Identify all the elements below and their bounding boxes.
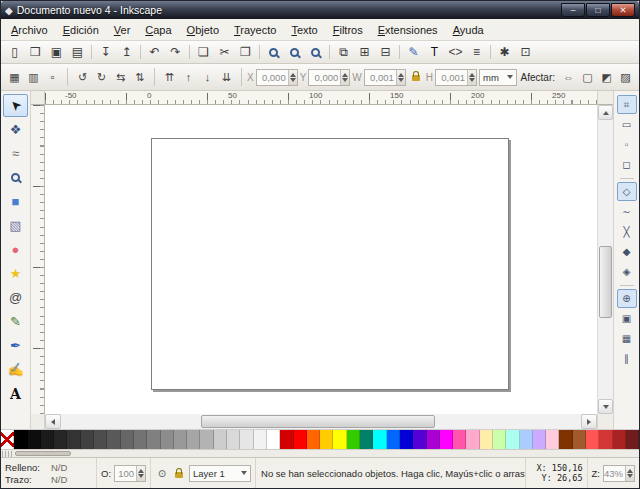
palette-swatch[interactable]: [240, 430, 253, 449]
horizontal-scroll-thumb[interactable]: [201, 415, 435, 428]
snap-bbox-edges-button[interactable]: ▫: [617, 135, 637, 154]
scroll-up-button[interactable]: [598, 105, 613, 120]
snap-enable-button[interactable]: ⌗: [617, 95, 637, 114]
zoom-selection-button[interactable]: [263, 42, 284, 62]
open-button[interactable]: ❒: [25, 42, 46, 62]
menu-item[interactable]: Ayuda: [446, 21, 491, 39]
width-input[interactable]: 0,001: [364, 69, 406, 86]
vertical-ruler[interactable]: [31, 105, 45, 414]
paste-button[interactable]: ❐: [235, 42, 256, 62]
new-document-button[interactable]: ▯: [4, 42, 25, 62]
spiral-tool[interactable]: @: [3, 286, 28, 309]
deselect-button[interactable]: ▫: [43, 68, 62, 87]
palette-swatch[interactable]: [161, 430, 174, 449]
palette-swatch[interactable]: [54, 430, 67, 449]
layer-visibility-toggle[interactable]: ⊙: [155, 466, 169, 480]
scroll-right-button[interactable]: [581, 414, 597, 429]
select-all-button[interactable]: ▦: [5, 68, 24, 87]
minimize-button[interactable]: –: [561, 3, 585, 17]
node-tool[interactable]: ❖: [3, 118, 28, 141]
palette-swatch[interactable]: [533, 430, 546, 449]
palette-swatch[interactable]: [187, 430, 200, 449]
ellipse-tool[interactable]: ●: [3, 238, 28, 261]
redo-button[interactable]: ↷: [165, 42, 186, 62]
snap-intersections-button[interactable]: ╳: [617, 222, 637, 241]
calligraphy-tool[interactable]: ✍: [3, 358, 28, 381]
lower-button[interactable]: ↓: [198, 68, 217, 87]
y-input[interactable]: 0,000: [308, 69, 350, 86]
canvas[interactable]: [45, 105, 597, 414]
fill-stroke-indicator[interactable]: Relleno: N/D Trazo: N/D: [1, 458, 97, 488]
text-tool[interactable]: A: [3, 382, 28, 405]
menu-item[interactable]: Extensiones: [371, 21, 445, 39]
save-button[interactable]: ▣: [46, 42, 67, 62]
snap-cusp-nodes-button[interactable]: ◆: [617, 242, 637, 261]
pen-tool[interactable]: ✒: [3, 334, 28, 357]
palette-swatch[interactable]: [174, 430, 187, 449]
rotate-ccw-button[interactable]: ↺: [73, 68, 92, 87]
palette-swatch[interactable]: [626, 430, 639, 449]
palette-swatch[interactable]: [333, 430, 346, 449]
flip-horizontal-button[interactable]: ⇆: [111, 68, 130, 87]
snap-page-border-button[interactable]: ▣: [617, 309, 637, 328]
zoom-page-button[interactable]: [305, 42, 326, 62]
palette-swatch[interactable]: [81, 430, 94, 449]
layer-dropdown[interactable]: Layer 1: [189, 465, 251, 482]
vertical-scroll-track[interactable]: [598, 120, 613, 399]
palette-swatch[interactable]: [387, 430, 400, 449]
height-spinner[interactable]: [467, 70, 476, 85]
zoom-spinner[interactable]: [625, 466, 634, 481]
palette-grip[interactable]: [2, 451, 12, 457]
xml-editor-button[interactable]: <>: [445, 42, 466, 62]
x-spinner[interactable]: [288, 70, 297, 85]
menu-item[interactable]: Ver: [107, 21, 138, 39]
lower-to-bottom-button[interactable]: ⇊: [217, 68, 236, 87]
snap-grid-button[interactable]: ▦: [617, 329, 637, 348]
palette-swatch[interactable]: [94, 430, 107, 449]
palette-swatch[interactable]: [107, 430, 120, 449]
rectangle-tool[interactable]: ■: [3, 190, 28, 213]
palette-swatch[interactable]: [200, 430, 213, 449]
palette-swatch[interactable]: [214, 430, 227, 449]
selector-tool[interactable]: ➤: [3, 94, 28, 117]
tweak-tool[interactable]: ≈: [3, 142, 28, 165]
palette-swatch[interactable]: [227, 430, 240, 449]
fill-stroke-dialog-button[interactable]: ✎: [403, 42, 424, 62]
pencil-tool[interactable]: ✎: [3, 310, 28, 333]
select-all-layers-button[interactable]: ▥: [24, 68, 43, 87]
palette-swatch[interactable]: [599, 430, 612, 449]
flip-vertical-button[interactable]: ⇅: [130, 68, 149, 87]
snap-nodes-button[interactable]: ◇: [617, 182, 637, 201]
opacity-spinner[interactable]: [136, 466, 145, 481]
snap-bbox-corners-button[interactable]: ◻: [617, 155, 637, 174]
document-properties-button[interactable]: ⊡: [515, 42, 536, 62]
menu-item[interactable]: Archivo: [4, 21, 55, 39]
palette-swatch[interactable]: [400, 430, 413, 449]
palette-swatch[interactable]: [440, 430, 453, 449]
horizontal-ruler[interactable]: -50050100150200250: [45, 91, 597, 105]
palette-swatch[interactable]: [493, 430, 506, 449]
palette-swatch[interactable]: [559, 430, 572, 449]
palette-swatch[interactable]: [453, 430, 466, 449]
palette-swatch[interactable]: [427, 430, 440, 449]
star-tool[interactable]: ★: [3, 262, 28, 285]
cut-button[interactable]: ✂: [214, 42, 235, 62]
palette-swatch[interactable]: [147, 430, 160, 449]
import-button[interactable]: ↧: [95, 42, 116, 62]
duplicate-button[interactable]: ⧉: [333, 42, 354, 62]
scroll-down-button[interactable]: [598, 399, 613, 414]
affect-corners-button[interactable]: ▢: [578, 68, 597, 87]
palette-swatch[interactable]: [67, 430, 80, 449]
opacity-input[interactable]: 100: [114, 465, 146, 482]
maximize-button[interactable]: □: [586, 3, 610, 17]
affect-patterns-button[interactable]: ▨: [616, 68, 635, 87]
palette-scrollbar[interactable]: [1, 449, 639, 457]
zoom-drawing-button[interactable]: [284, 42, 305, 62]
height-input[interactable]: 0,001: [435, 69, 477, 86]
palette-swatch[interactable]: [520, 430, 533, 449]
snap-centers-button[interactable]: ⊕: [617, 289, 637, 308]
palette-scroll-thumb[interactable]: [15, 451, 71, 456]
snap-bbox-button[interactable]: ▭: [617, 115, 637, 134]
palette-swatch[interactable]: [121, 430, 134, 449]
raise-button[interactable]: ↑: [179, 68, 198, 87]
